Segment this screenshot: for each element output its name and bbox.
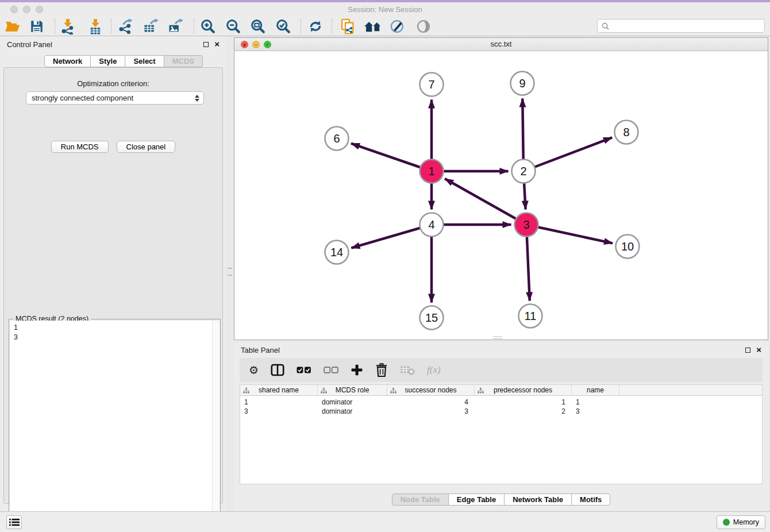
vizmapper-button[interactable]	[388, 18, 407, 35]
column-header-label: shared name	[259, 386, 299, 394]
eye-icon	[415, 20, 432, 33]
table-toolbar: ⚙ f(x)	[240, 358, 763, 382]
node-6[interactable]: 6	[325, 127, 349, 151]
column-header-name[interactable]: name	[572, 385, 619, 395]
network-resize-grip[interactable]	[493, 336, 502, 339]
table-cell: dominator	[318, 398, 387, 406]
criterion-select[interactable]: strongly connected component	[26, 91, 204, 105]
tab-edge-table[interactable]: Edge Table	[448, 494, 505, 506]
node-3[interactable]: 3	[515, 213, 538, 237]
tab-select[interactable]: Select	[125, 55, 164, 67]
network-close-button[interactable]: x	[241, 41, 248, 48]
mcds-result-list[interactable]: 13	[10, 321, 212, 532]
tab-mcds[interactable]: MCDS	[164, 55, 203, 67]
window-minimize-button[interactable]	[23, 6, 30, 13]
edge-2-8[interactable]	[523, 137, 612, 171]
svg-text:11: 11	[525, 310, 537, 322]
close-table-panel-icon[interactable]: ×	[756, 346, 761, 353]
node-15[interactable]: 15	[420, 306, 444, 330]
gear-icon: ⚙	[249, 364, 259, 376]
import-table-button[interactable]	[86, 18, 105, 35]
table-cell: 3	[387, 407, 475, 415]
show-graphics-details-button[interactable]	[414, 18, 433, 35]
deselect-all-button[interactable]	[324, 361, 338, 379]
mcds-tab-content: Optimization criterion: strongly connect…	[3, 67, 223, 504]
create-column-button[interactable]	[351, 361, 363, 379]
zoom-in-button[interactable]	[198, 18, 218, 35]
network-canvas[interactable]: 7968124314101511	[234, 51, 768, 340]
close-panel-button[interactable]: Close panel	[117, 141, 176, 153]
tab-motifs[interactable]: Motifs	[571, 494, 610, 506]
column-header-shared-name[interactable]: shared name	[240, 385, 318, 395]
zoom-out-button[interactable]	[224, 18, 243, 35]
tab-node-table[interactable]: Node Table	[392, 494, 449, 506]
svg-text:9: 9	[519, 77, 525, 90]
import-network-button[interactable]	[58, 18, 78, 35]
zoom-fit-button[interactable]	[248, 18, 268, 35]
memory-button[interactable]: Memory	[717, 515, 765, 529]
criterion-selected-value: strongly connected component	[32, 94, 133, 102]
edge-3-10[interactable]	[526, 225, 613, 243]
export-network-button[interactable]	[116, 18, 135, 35]
column-header-mcds-role[interactable]: MCDS role	[318, 385, 387, 395]
node-9[interactable]: 9	[511, 72, 534, 95]
select-all-button[interactable]	[297, 361, 311, 379]
open-file-button[interactable]	[3, 18, 22, 35]
edge-3-1[interactable]	[445, 179, 526, 225]
node-14[interactable]: 14	[325, 241, 349, 264]
list-icon	[9, 518, 20, 526]
node-1[interactable]: 1	[420, 160, 444, 183]
window-zoom-button[interactable]	[36, 6, 43, 13]
node-7[interactable]: 7	[420, 73, 444, 97]
duplicate-network-icon	[340, 18, 355, 34]
column-header-predecessor-nodes[interactable]: predecessor nodes	[475, 385, 572, 395]
network-window-titlebar[interactable]: x − + scc.txt	[234, 38, 768, 51]
tab-network-table[interactable]: Network Table	[504, 494, 572, 506]
task-history-button[interactable]	[6, 515, 22, 529]
run-mcds-button[interactable]: Run MCDS	[51, 141, 109, 153]
zoom-selected-button[interactable]	[274, 18, 293, 35]
edge-4-14[interactable]	[351, 225, 432, 248]
result-scrollbar[interactable]	[212, 321, 220, 532]
toggle-panel-layout-button[interactable]	[271, 361, 284, 379]
edge-1-6[interactable]	[351, 144, 432, 171]
save-session-button[interactable]	[27, 18, 47, 35]
search-input[interactable]	[612, 22, 760, 30]
column-type-icon	[390, 387, 396, 395]
panel-splitter-grip[interactable]	[228, 268, 232, 276]
delete-table-button[interactable]	[400, 361, 415, 379]
table-row[interactable]: 1dominator411	[240, 398, 762, 407]
column-header-label: name	[587, 386, 604, 394]
table-panel: Table Panel × ⚙	[234, 342, 768, 510]
toolbar-separator	[301, 19, 301, 34]
node-4[interactable]: 4	[420, 213, 444, 237]
close-panel-icon[interactable]: ×	[214, 41, 220, 48]
network-zoom-button[interactable]: +	[264, 41, 271, 48]
first-neighbors-button[interactable]	[363, 18, 383, 35]
svg-text:2: 2	[520, 165, 526, 178]
tab-style[interactable]: Style	[90, 55, 125, 67]
node-8[interactable]: 8	[615, 121, 638, 144]
float-panel-icon[interactable]	[203, 42, 209, 47]
function-builder-button[interactable]: f(x)	[427, 361, 441, 379]
export-table-button[interactable]	[141, 18, 160, 35]
float-table-panel-icon[interactable]	[745, 348, 750, 353]
node-10[interactable]: 10	[616, 235, 640, 259]
node-11[interactable]: 11	[519, 304, 542, 328]
network-window-title: scc.txt	[234, 38, 768, 51]
network-from-selection-button[interactable]	[338, 18, 357, 35]
select-stepper-icon	[195, 95, 199, 102]
network-minimize-button[interactable]: −	[252, 41, 260, 48]
export-image-button[interactable]	[165, 18, 185, 35]
delete-columns-button[interactable]	[375, 361, 388, 379]
table-panel-header: Table Panel ×	[234, 342, 768, 358]
table-row[interactable]: 3dominator323	[240, 407, 762, 416]
tab-network[interactable]: Network	[44, 55, 91, 67]
table-settings-button[interactable]: ⚙	[249, 361, 259, 379]
column-type-icon	[478, 387, 484, 395]
node-2[interactable]: 2	[512, 160, 536, 183]
search-box[interactable]	[597, 19, 765, 33]
window-close-button[interactable]	[10, 6, 18, 13]
column-header-successor-nodes[interactable]: successor nodes	[387, 385, 475, 395]
apply-layout-button[interactable]	[306, 18, 325, 35]
